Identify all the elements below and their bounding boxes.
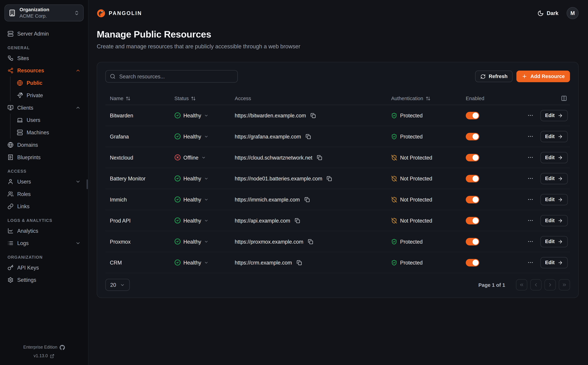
card-toolbar: Refresh Add Resource — [105, 70, 570, 83]
version-link[interactable]: v1.13.0 — [5, 354, 84, 358]
enabled-toggle[interactable] — [466, 238, 479, 245]
sidebar-item-public[interactable]: Public — [14, 77, 83, 89]
sort-icon[interactable] — [425, 96, 430, 101]
sidebar-item-blueprints[interactable]: Blueprints — [5, 151, 84, 163]
enabled-toggle[interactable] — [466, 175, 479, 182]
column-header-name[interactable]: Name — [110, 96, 174, 101]
search-input[interactable] — [118, 73, 233, 80]
add-resource-button[interactable]: Add Resource — [517, 71, 570, 82]
sort-icon[interactable] — [191, 96, 196, 101]
copy-icon[interactable] — [310, 112, 316, 119]
enabled-toggle[interactable] — [466, 133, 479, 140]
chevrons-up-down-icon — [74, 10, 80, 16]
first-page-button[interactable] — [516, 279, 527, 290]
avatar[interactable]: M — [567, 7, 579, 19]
status-cell: Healthy — [174, 259, 235, 266]
sidebar-item-clients[interactable]: Clients — [5, 101, 84, 114]
ellipsis-icon[interactable] — [526, 175, 534, 182]
copy-icon[interactable] — [326, 175, 333, 182]
sidebar-item-links[interactable]: Links — [5, 200, 84, 212]
status-dropdown[interactable]: Healthy — [174, 196, 209, 203]
copy-icon[interactable] — [294, 217, 301, 224]
sidebar-item-settings[interactable]: Settings — [5, 274, 84, 286]
copy-icon[interactable] — [305, 133, 311, 140]
edition-link[interactable]: Enterprise Edition — [5, 345, 84, 350]
status-dropdown[interactable]: Healthy — [174, 112, 209, 119]
status-dropdown[interactable]: Healthy — [174, 259, 209, 266]
toggle-knob — [472, 197, 479, 203]
enabled-toggle[interactable] — [466, 196, 479, 203]
edit-button[interactable]: Edit — [540, 257, 568, 268]
ellipsis-icon[interactable] — [526, 196, 534, 204]
column-header-status[interactable]: Status — [174, 96, 235, 101]
section-label-logs: LOGS & ANALYTICS — [5, 218, 84, 223]
ellipsis-icon[interactable] — [526, 112, 534, 119]
column-header-actions — [534, 95, 568, 102]
organization-picker[interactable]: Organization ACME Corp. — [5, 5, 84, 21]
shield-off-icon — [391, 175, 397, 182]
search-box[interactable] — [105, 70, 238, 83]
sort-icon[interactable] — [126, 96, 130, 101]
edit-button[interactable]: Edit — [540, 131, 568, 142]
status-cell: Healthy — [174, 217, 235, 224]
sidebar-item-sites[interactable]: Sites — [5, 52, 84, 64]
edit-button[interactable]: Edit — [540, 173, 568, 184]
sidebar-item-api-keys[interactable]: API Keys — [5, 261, 84, 274]
edit-button[interactable]: Edit — [540, 152, 568, 163]
sidebar-item-users[interactable]: Users — [5, 175, 84, 188]
copy-icon[interactable] — [316, 154, 323, 161]
sidebar-item-resources[interactable]: Resources — [5, 64, 84, 77]
circle-check-icon — [174, 196, 181, 203]
theme-toggle[interactable]: Dark — [537, 10, 558, 16]
sidebar-item-roles[interactable]: Roles — [5, 188, 84, 200]
copy-icon[interactable] — [303, 196, 310, 203]
column-header-authentication[interactable]: Authentication — [391, 96, 466, 101]
ellipsis-icon[interactable] — [526, 154, 534, 161]
page-size-select[interactable]: 20 — [105, 279, 130, 291]
status-dropdown[interactable]: Offline — [174, 154, 206, 161]
status-dropdown[interactable]: Healthy — [174, 238, 209, 245]
prev-page-button[interactable] — [530, 279, 541, 290]
refresh-button[interactable]: Refresh — [475, 71, 513, 82]
sidebar-item-analytics[interactable]: Analytics — [5, 225, 84, 237]
status-dropdown[interactable]: Healthy — [174, 175, 209, 182]
sidebar-item-server-admin[interactable]: Server Admin — [5, 28, 84, 40]
status-dropdown[interactable]: Healthy — [174, 133, 209, 140]
edit-button[interactable]: Edit — [540, 110, 568, 121]
brand[interactable]: PANGOLIN — [97, 9, 142, 17]
receipt-icon — [7, 154, 14, 160]
list-icon — [7, 240, 14, 246]
resource-name: Proxmox — [110, 239, 174, 245]
sidebar-item-machines[interactable]: Machines — [14, 126, 83, 139]
edit-button[interactable]: Edit — [540, 194, 568, 205]
columns-icon[interactable] — [560, 95, 568, 102]
chevron-down-icon — [204, 260, 209, 265]
auth-cell: Not Protected — [391, 218, 466, 224]
edit-label: Edit — [545, 175, 554, 181]
sidebar-item-client-users[interactable]: Users — [14, 114, 83, 126]
toggle-knob — [472, 133, 479, 140]
sidebar-item-domains[interactable]: Domains — [5, 139, 84, 151]
ellipsis-icon[interactable] — [526, 133, 534, 140]
next-page-button[interactable] — [545, 279, 556, 290]
edit-button[interactable]: Edit — [540, 236, 568, 247]
copy-icon[interactable] — [296, 259, 302, 266]
status-dropdown[interactable]: Healthy — [174, 217, 209, 224]
auth-cell: Protected — [391, 112, 466, 119]
enabled-toggle[interactable] — [466, 112, 479, 119]
ellipsis-icon[interactable] — [526, 238, 534, 246]
ellipsis-icon[interactable] — [526, 259, 534, 267]
chevron-down-icon — [202, 155, 206, 160]
edit-button[interactable]: Edit — [540, 215, 568, 226]
enabled-toggle[interactable] — [466, 154, 479, 161]
enabled-toggle[interactable] — [466, 259, 479, 266]
ellipsis-icon[interactable] — [526, 217, 534, 225]
copy-icon[interactable] — [307, 238, 314, 245]
sidebar-item-logs[interactable]: Logs — [5, 237, 84, 249]
column-label: Access — [235, 96, 251, 101]
last-page-button[interactable] — [559, 279, 570, 290]
sidebar-scrollbar[interactable] — [87, 179, 88, 189]
enabled-toggle[interactable] — [466, 217, 479, 224]
access-cell: https://bitwarden.example.com — [235, 112, 391, 119]
sidebar-item-private[interactable]: Private — [14, 89, 83, 101]
